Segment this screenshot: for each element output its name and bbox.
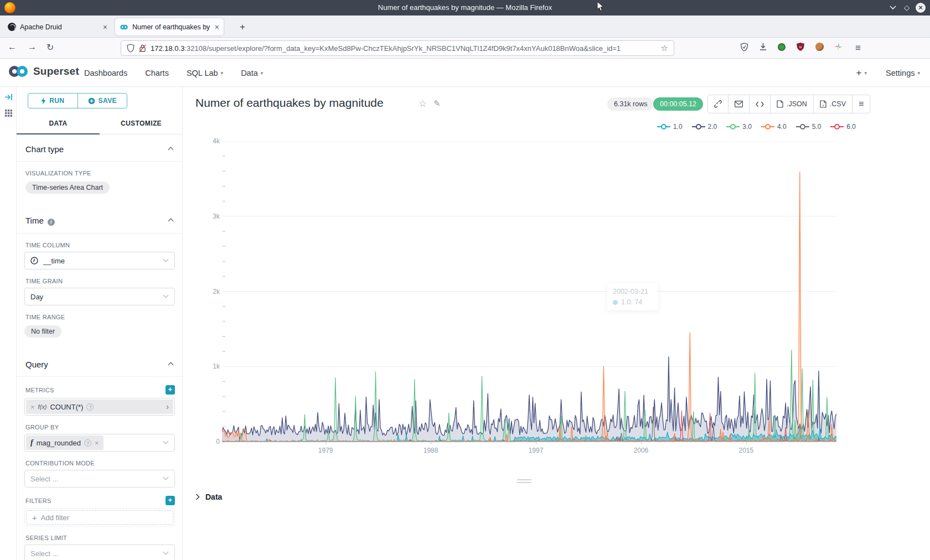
new-tab-button[interactable]: +: [235, 20, 250, 34]
tab-data[interactable]: DATA: [17, 115, 100, 134]
legend-item-6.0[interactable]: 6.0: [830, 123, 856, 131]
series-limit-select[interactable]: Select ...: [24, 545, 175, 560]
extension-green-icon[interactable]: [776, 43, 787, 54]
time-grain-select[interactable]: Day: [24, 288, 175, 305]
bookmark-star-icon[interactable]: ☆: [661, 43, 668, 53]
settings-menu[interactable]: Settings▾: [886, 69, 920, 77]
plus-icon: +: [32, 513, 37, 522]
section-query[interactable]: Query: [17, 350, 183, 377]
file-icon: x: [820, 100, 826, 108]
section-time[interactable]: Timei: [17, 206, 183, 234]
remove-metric-icon[interactable]: ×: [30, 403, 35, 411]
tooltip-value: 1.0: 74: [621, 298, 642, 306]
export-json-button[interactable]: .JSON: [771, 95, 814, 113]
tab-customize[interactable]: CUSTOMIZE: [100, 115, 183, 134]
browser-tab-apache-druid[interactable]: Apache Druid ×: [3, 18, 112, 35]
nav-item-charts[interactable]: Charts: [145, 69, 169, 77]
group-by-chip[interactable]: f mag_rounded ? ×: [26, 435, 104, 450]
chevron-right-icon: [195, 494, 200, 500]
metric-value: COUNT(*): [50, 403, 83, 411]
section-chart-type[interactable]: Chart type: [17, 134, 183, 162]
legend-item-2.0[interactable]: 2.0: [692, 123, 717, 131]
legend-marker-icon: [761, 124, 774, 129]
superset-logo[interactable]: Superset: [8, 65, 79, 78]
nav-item-data[interactable]: Data▾: [241, 69, 263, 77]
nav-item-dashboards[interactable]: Dashboards: [84, 69, 127, 77]
window-minimize-button[interactable]: [888, 3, 898, 13]
save-button[interactable]: SAVE: [78, 94, 127, 108]
group-by-value: mag_rounded: [37, 439, 81, 447]
envelope-icon: [735, 101, 743, 107]
forward-button[interactable]: →: [28, 42, 37, 52]
copy-link-button[interactable]: [708, 95, 728, 113]
legend-item-3.0[interactable]: 3.0: [726, 123, 752, 131]
chevron-down-icon: [163, 551, 169, 555]
email-button[interactable]: [728, 95, 750, 113]
edit-title-icon[interactable]: ✎: [433, 98, 441, 108]
url-field[interactable]: 172.18.0.3:32108/superset/explore/?form_…: [121, 40, 674, 56]
x-tick-label: 2006: [634, 447, 649, 454]
legend-item-4.0[interactable]: 4.0: [761, 123, 787, 131]
ublock-shield-icon[interactable]: u: [795, 43, 806, 54]
caret-down-icon: ▾: [865, 70, 867, 76]
downloads-icon[interactable]: [757, 43, 768, 54]
chevron-down-icon: [163, 258, 169, 262]
add-filter-plus-button[interactable]: +: [166, 496, 175, 505]
add-metric-button[interactable]: +: [166, 385, 175, 395]
metric-chip-count[interactable]: × f(x) COUNT(*) ? ›: [26, 400, 173, 414]
cookie-icon[interactable]: [814, 43, 825, 54]
time-column-select[interactable]: __time: [24, 252, 175, 269]
run-button[interactable]: RUN: [28, 94, 78, 108]
back-button[interactable]: ←: [8, 42, 17, 52]
lightning-icon: [41, 97, 46, 105]
group-by-select[interactable]: f mag_rounded ? ×: [24, 434, 175, 452]
superset-favicon-icon: [120, 24, 128, 30]
help-icon[interactable]: ?: [86, 403, 94, 411]
superset-navbar: Superset DashboardsChartsSQL Lab▾Data▾ +…: [0, 59, 930, 87]
save-plus-icon: [88, 97, 95, 105]
data-section-label: Data: [205, 492, 222, 501]
caret-down-icon: ▾: [917, 70, 920, 76]
pinwheel-extension-icon[interactable]: [833, 43, 844, 54]
timeseries-area-chart[interactable]: [222, 141, 836, 445]
window-maximize-button[interactable]: ◇: [902, 3, 912, 13]
help-icon[interactable]: ?: [84, 439, 91, 447]
svg-text:x: x: [822, 103, 824, 107]
protection-shield-icon[interactable]: [738, 43, 750, 54]
add-filter-button[interactable]: + Add filter: [26, 510, 173, 525]
panel-resize-handle[interactable]: [517, 479, 531, 485]
contribution-mode-select[interactable]: Select ...: [24, 470, 175, 488]
shield-permissions-icon[interactable]: [127, 44, 135, 53]
time-range-pill[interactable]: No filter: [24, 325, 61, 338]
viz-type-pill[interactable]: Time-series Area Chart: [25, 182, 110, 194]
nav-item-sql-lab[interactable]: SQL Lab▾: [187, 69, 223, 77]
panel-tabs: DATA CUSTOMIZE: [17, 115, 183, 134]
legend-item-1.0[interactable]: 1.0: [657, 123, 683, 131]
x-tick-label: 1979: [318, 447, 333, 454]
collapse-panel-icon[interactable]: [4, 94, 13, 101]
embed-code-button[interactable]: [750, 95, 771, 113]
legend-marker-icon: [657, 124, 670, 129]
reload-button[interactable]: ↻: [46, 42, 54, 53]
clock-icon: [30, 257, 38, 265]
caret-down-icon: ▾: [261, 70, 264, 76]
tab-close-icon[interactable]: ×: [211, 23, 219, 32]
svg-text:u: u: [799, 44, 802, 49]
more-options-button[interactable]: ≡: [852, 95, 870, 113]
url-text: 172.18.0.3:32108/superset/explore/?form_…: [151, 44, 661, 53]
new-chart-plus-button[interactable]: +▾: [856, 68, 867, 79]
favorite-star-icon[interactable]: ☆: [418, 98, 427, 110]
browser-tab-active[interactable]: Numer of earthquakes by magnitude ×: [115, 18, 224, 35]
data-results-toggle[interactable]: Data: [195, 492, 222, 501]
legend-item-5.0[interactable]: 5.0: [796, 123, 822, 131]
menu-hamburger-icon[interactable]: ≡: [852, 43, 864, 54]
tab-close-icon[interactable]: ×: [100, 23, 107, 32]
datasource-grid-icon[interactable]: [4, 109, 13, 117]
window-close-button[interactable]: ×: [916, 3, 926, 13]
remove-group-by-icon[interactable]: ×: [95, 439, 99, 447]
export-csv-button[interactable]: x .CSV: [814, 95, 852, 113]
insecure-lock-icon[interactable]: [139, 44, 146, 53]
expand-metric-icon[interactable]: ›: [166, 402, 169, 411]
select-placeholder: Select ...: [30, 475, 59, 483]
time-grain-label: TIME GRAIN: [25, 278, 174, 284]
